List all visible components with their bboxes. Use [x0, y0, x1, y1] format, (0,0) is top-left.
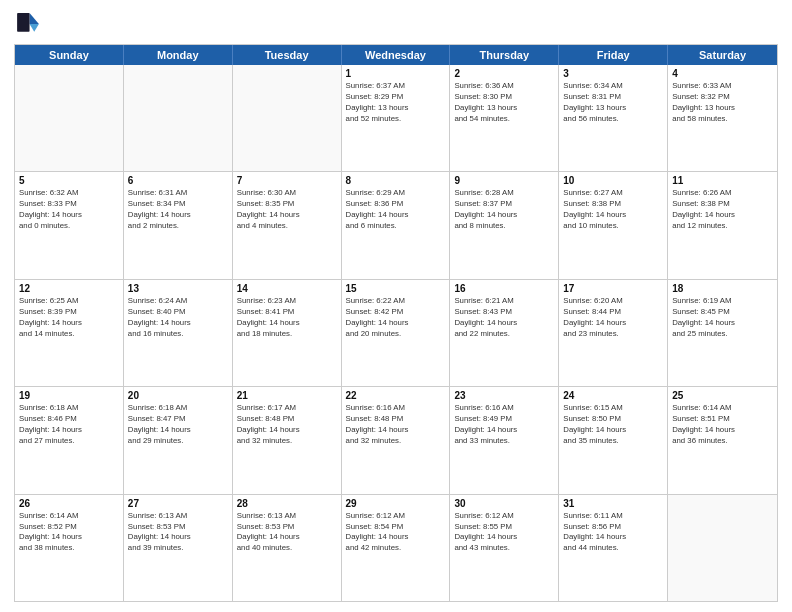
day-info: Sunrise: 6:12 AMSunset: 8:54 PMDaylight:… — [346, 511, 446, 555]
day-number: 19 — [19, 390, 119, 401]
calendar-cell: 30Sunrise: 6:12 AMSunset: 8:55 PMDayligh… — [450, 495, 559, 601]
calendar-header-saturday: Saturday — [668, 45, 777, 65]
calendar-cell: 3Sunrise: 6:34 AMSunset: 8:31 PMDaylight… — [559, 65, 668, 171]
day-number: 5 — [19, 175, 119, 186]
calendar-cell: 24Sunrise: 6:15 AMSunset: 8:50 PMDayligh… — [559, 387, 668, 493]
day-info: Sunrise: 6:17 AMSunset: 8:48 PMDaylight:… — [237, 403, 337, 447]
calendar-row-2: 5Sunrise: 6:32 AMSunset: 8:33 PMDaylight… — [15, 171, 777, 278]
calendar-cell: 21Sunrise: 6:17 AMSunset: 8:48 PMDayligh… — [233, 387, 342, 493]
calendar-cell: 23Sunrise: 6:16 AMSunset: 8:49 PMDayligh… — [450, 387, 559, 493]
header — [14, 10, 778, 38]
calendar-header-thursday: Thursday — [450, 45, 559, 65]
calendar-cell — [668, 495, 777, 601]
calendar-cell — [15, 65, 124, 171]
day-number: 20 — [128, 390, 228, 401]
day-info: Sunrise: 6:21 AMSunset: 8:43 PMDaylight:… — [454, 296, 554, 340]
day-info: Sunrise: 6:13 AMSunset: 8:53 PMDaylight:… — [128, 511, 228, 555]
calendar-header-row: SundayMondayTuesdayWednesdayThursdayFrid… — [15, 45, 777, 65]
day-number: 9 — [454, 175, 554, 186]
day-number: 12 — [19, 283, 119, 294]
day-number: 22 — [346, 390, 446, 401]
calendar-cell: 1Sunrise: 6:37 AMSunset: 8:29 PMDaylight… — [342, 65, 451, 171]
day-info: Sunrise: 6:37 AMSunset: 8:29 PMDaylight:… — [346, 81, 446, 125]
calendar-body: 1Sunrise: 6:37 AMSunset: 8:29 PMDaylight… — [15, 65, 777, 601]
calendar-header-sunday: Sunday — [15, 45, 124, 65]
calendar-row-4: 19Sunrise: 6:18 AMSunset: 8:46 PMDayligh… — [15, 386, 777, 493]
logo — [14, 10, 46, 38]
day-info: Sunrise: 6:26 AMSunset: 8:38 PMDaylight:… — [672, 188, 773, 232]
calendar-cell: 31Sunrise: 6:11 AMSunset: 8:56 PMDayligh… — [559, 495, 668, 601]
calendar-row-3: 12Sunrise: 6:25 AMSunset: 8:39 PMDayligh… — [15, 279, 777, 386]
day-number: 7 — [237, 175, 337, 186]
day-number: 24 — [563, 390, 663, 401]
day-number: 17 — [563, 283, 663, 294]
calendar-cell: 26Sunrise: 6:14 AMSunset: 8:52 PMDayligh… — [15, 495, 124, 601]
day-number: 18 — [672, 283, 773, 294]
day-info: Sunrise: 6:20 AMSunset: 8:44 PMDaylight:… — [563, 296, 663, 340]
day-info: Sunrise: 6:18 AMSunset: 8:46 PMDaylight:… — [19, 403, 119, 447]
svg-marker-0 — [30, 13, 39, 24]
day-number: 25 — [672, 390, 773, 401]
calendar-cell: 15Sunrise: 6:22 AMSunset: 8:42 PMDayligh… — [342, 280, 451, 386]
day-number: 29 — [346, 498, 446, 509]
calendar-cell: 29Sunrise: 6:12 AMSunset: 8:54 PMDayligh… — [342, 495, 451, 601]
day-number: 23 — [454, 390, 554, 401]
calendar-cell: 5Sunrise: 6:32 AMSunset: 8:33 PMDaylight… — [15, 172, 124, 278]
day-info: Sunrise: 6:36 AMSunset: 8:30 PMDaylight:… — [454, 81, 554, 125]
calendar-cell: 14Sunrise: 6:23 AMSunset: 8:41 PMDayligh… — [233, 280, 342, 386]
svg-marker-1 — [30, 24, 39, 32]
calendar-cell — [233, 65, 342, 171]
calendar-cell: 27Sunrise: 6:13 AMSunset: 8:53 PMDayligh… — [124, 495, 233, 601]
calendar-cell: 2Sunrise: 6:36 AMSunset: 8:30 PMDaylight… — [450, 65, 559, 171]
day-number: 6 — [128, 175, 228, 186]
day-info: Sunrise: 6:12 AMSunset: 8:55 PMDaylight:… — [454, 511, 554, 555]
calendar-cell: 6Sunrise: 6:31 AMSunset: 8:34 PMDaylight… — [124, 172, 233, 278]
calendar-cell: 16Sunrise: 6:21 AMSunset: 8:43 PMDayligh… — [450, 280, 559, 386]
day-number: 1 — [346, 68, 446, 79]
day-info: Sunrise: 6:33 AMSunset: 8:32 PMDaylight:… — [672, 81, 773, 125]
calendar-cell: 18Sunrise: 6:19 AMSunset: 8:45 PMDayligh… — [668, 280, 777, 386]
calendar-cell: 28Sunrise: 6:13 AMSunset: 8:53 PMDayligh… — [233, 495, 342, 601]
calendar-cell — [124, 65, 233, 171]
logo-icon — [14, 10, 42, 38]
calendar-header-wednesday: Wednesday — [342, 45, 451, 65]
day-number: 21 — [237, 390, 337, 401]
day-number: 11 — [672, 175, 773, 186]
day-number: 30 — [454, 498, 554, 509]
day-number: 10 — [563, 175, 663, 186]
day-info: Sunrise: 6:14 AMSunset: 8:51 PMDaylight:… — [672, 403, 773, 447]
day-info: Sunrise: 6:34 AMSunset: 8:31 PMDaylight:… — [563, 81, 663, 125]
calendar-cell: 9Sunrise: 6:28 AMSunset: 8:37 PMDaylight… — [450, 172, 559, 278]
calendar-cell: 8Sunrise: 6:29 AMSunset: 8:36 PMDaylight… — [342, 172, 451, 278]
day-info: Sunrise: 6:16 AMSunset: 8:49 PMDaylight:… — [454, 403, 554, 447]
day-info: Sunrise: 6:24 AMSunset: 8:40 PMDaylight:… — [128, 296, 228, 340]
calendar-cell: 22Sunrise: 6:16 AMSunset: 8:48 PMDayligh… — [342, 387, 451, 493]
day-number: 2 — [454, 68, 554, 79]
day-info: Sunrise: 6:16 AMSunset: 8:48 PMDaylight:… — [346, 403, 446, 447]
day-number: 31 — [563, 498, 663, 509]
calendar-row-5: 26Sunrise: 6:14 AMSunset: 8:52 PMDayligh… — [15, 494, 777, 601]
day-number: 8 — [346, 175, 446, 186]
day-number: 27 — [128, 498, 228, 509]
day-info: Sunrise: 6:31 AMSunset: 8:34 PMDaylight:… — [128, 188, 228, 232]
calendar: SundayMondayTuesdayWednesdayThursdayFrid… — [14, 44, 778, 602]
calendar-header-friday: Friday — [559, 45, 668, 65]
day-number: 14 — [237, 283, 337, 294]
calendar-cell: 13Sunrise: 6:24 AMSunset: 8:40 PMDayligh… — [124, 280, 233, 386]
day-info: Sunrise: 6:30 AMSunset: 8:35 PMDaylight:… — [237, 188, 337, 232]
day-info: Sunrise: 6:14 AMSunset: 8:52 PMDaylight:… — [19, 511, 119, 555]
calendar-header-tuesday: Tuesday — [233, 45, 342, 65]
day-info: Sunrise: 6:15 AMSunset: 8:50 PMDaylight:… — [563, 403, 663, 447]
day-number: 28 — [237, 498, 337, 509]
day-info: Sunrise: 6:13 AMSunset: 8:53 PMDaylight:… — [237, 511, 337, 555]
calendar-cell: 25Sunrise: 6:14 AMSunset: 8:51 PMDayligh… — [668, 387, 777, 493]
day-info: Sunrise: 6:28 AMSunset: 8:37 PMDaylight:… — [454, 188, 554, 232]
page: SundayMondayTuesdayWednesdayThursdayFrid… — [0, 0, 792, 612]
calendar-cell: 20Sunrise: 6:18 AMSunset: 8:47 PMDayligh… — [124, 387, 233, 493]
day-info: Sunrise: 6:29 AMSunset: 8:36 PMDaylight:… — [346, 188, 446, 232]
day-number: 15 — [346, 283, 446, 294]
calendar-cell: 11Sunrise: 6:26 AMSunset: 8:38 PMDayligh… — [668, 172, 777, 278]
calendar-cell: 7Sunrise: 6:30 AMSunset: 8:35 PMDaylight… — [233, 172, 342, 278]
day-info: Sunrise: 6:11 AMSunset: 8:56 PMDaylight:… — [563, 511, 663, 555]
day-info: Sunrise: 6:27 AMSunset: 8:38 PMDaylight:… — [563, 188, 663, 232]
